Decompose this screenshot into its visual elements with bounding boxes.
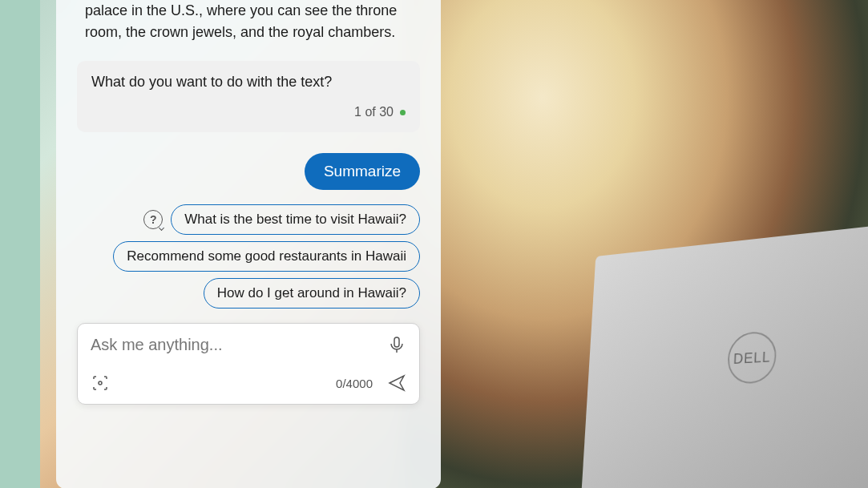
laptop-logo: DELL	[727, 330, 777, 384]
scan-icon[interactable]	[91, 373, 110, 393]
help-icon[interactable]	[143, 210, 163, 229]
svg-rect-0	[394, 337, 399, 347]
chat-panel: palace in the U.S., where you can see th…	[56, 0, 441, 488]
suggestion-chip-2[interactable]: Recommend some good restaurants in Hawai…	[113, 241, 420, 272]
prompt-card-text: What do you want to do with the text?	[91, 74, 406, 91]
char-counter: 0/4000	[336, 377, 373, 390]
svg-point-2	[99, 381, 102, 385]
prompt-card-footer: 1 of 30	[91, 105, 406, 119]
suggestion-chip-1[interactable]: What is the best time to visit Hawaii?	[171, 204, 420, 235]
mic-icon[interactable]	[387, 335, 406, 354]
left-edge-accent	[0, 0, 40, 488]
prompt-card: What do you want to do with the text? 1 …	[77, 61, 420, 132]
background-photo: DELL	[403, 0, 868, 488]
suggestion-chip-3[interactable]: How do I get around in Hawaii?	[204, 278, 420, 309]
laptop-graphic: DELL	[582, 226, 868, 488]
chat-input[interactable]: Ask me anything...	[91, 336, 223, 354]
suggestion-list: What is the best time to visit Hawaii? R…	[72, 204, 420, 309]
assistant-message: palace in the U.S., where you can see th…	[72, 0, 425, 54]
prompt-counter: 1 of 30	[354, 105, 394, 119]
user-message: Summarize	[305, 153, 420, 190]
chat-input-box[interactable]: Ask me anything... 0/4000	[77, 323, 420, 405]
send-icon[interactable]	[387, 373, 406, 393]
status-dot-icon	[400, 110, 406, 115]
